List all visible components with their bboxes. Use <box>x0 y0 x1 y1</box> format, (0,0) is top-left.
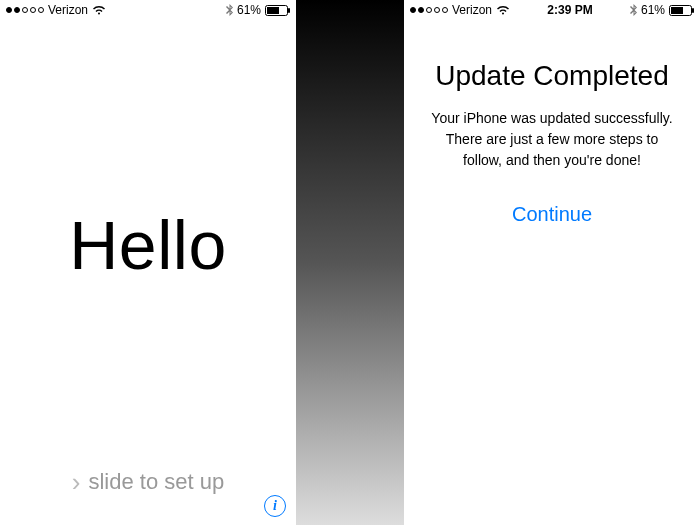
status-right: 61% <box>226 3 290 17</box>
bluetooth-icon <box>630 4 637 16</box>
svg-rect-5 <box>692 8 694 13</box>
battery-icon <box>669 5 694 16</box>
wifi-icon <box>496 5 510 15</box>
info-icon: i <box>273 498 277 514</box>
status-bar: Verizon 2:39 PM 61% <box>404 0 700 20</box>
update-title: Update Completed <box>428 60 676 92</box>
svg-rect-4 <box>671 7 683 14</box>
battery-percent: 61% <box>237 3 261 17</box>
slide-label: slide to set up <box>88 469 224 495</box>
continue-button[interactable]: Continue <box>428 203 676 226</box>
greeting-area: Hello <box>0 20 296 469</box>
svg-rect-2 <box>288 8 290 13</box>
status-time: 2:39 PM <box>510 3 630 17</box>
carrier-label: Verizon <box>452 3 492 17</box>
svg-rect-1 <box>267 7 279 14</box>
status-bar: Verizon 61% <box>0 0 296 20</box>
bluetooth-icon <box>226 4 233 16</box>
hello-screen: Verizon 61% Hello › slide to set up i <box>0 0 296 525</box>
signal-strength-icon <box>410 7 448 13</box>
battery-percent: 61% <box>641 3 665 17</box>
update-body: Update Completed Your iPhone was updated… <box>404 20 700 226</box>
status-right: 61% <box>630 3 694 17</box>
slide-to-setup[interactable]: › slide to set up <box>0 469 296 525</box>
signal-strength-icon <box>6 7 44 13</box>
carrier-label: Verizon <box>48 3 88 17</box>
info-button[interactable]: i <box>264 495 286 517</box>
greeting-text: Hello <box>69 206 226 284</box>
status-left: Verizon <box>6 3 106 17</box>
update-completed-screen: Verizon 2:39 PM 61% Update Completed You… <box>404 0 700 525</box>
wifi-icon <box>92 5 106 15</box>
battery-icon <box>265 5 290 16</box>
chevron-right-icon: › <box>72 469 81 495</box>
update-description: Your iPhone was updated successfully. Th… <box>428 108 676 171</box>
status-left: Verizon <box>410 3 510 17</box>
